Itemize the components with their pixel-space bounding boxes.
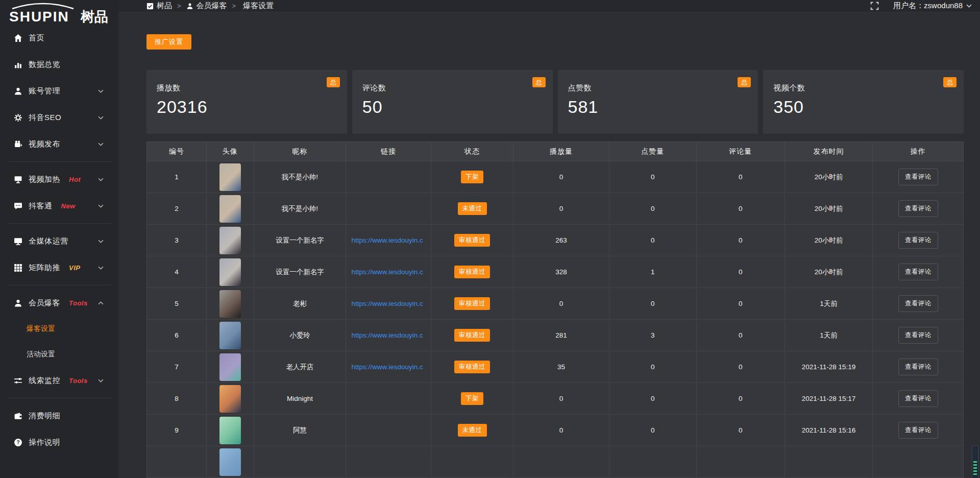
cell-status: 审核通过 — [431, 225, 513, 256]
cell-avatar — [206, 415, 254, 446]
sidebar-item-label: 矩阵助推 — [29, 263, 60, 273]
avatar — [219, 227, 241, 254]
breadcrumb-item-0[interactable]: 树品 — [146, 1, 172, 11]
nickname-label: 我不是小帅! — [282, 173, 318, 181]
view-comments-button[interactable]: 查看评论 — [898, 169, 938, 185]
cell-plays: 0 — [513, 161, 609, 193]
sidebar-item-matrix-boost[interactable]: 矩阵助推VIP — [0, 254, 118, 281]
cell-id: 3 — [147, 225, 207, 256]
cell-likes: 0 — [609, 225, 696, 256]
nickname-label: 老人开店 — [286, 363, 313, 371]
sidebar-item-account[interactable]: 账号管理 — [0, 78, 118, 104]
status-badge[interactable]: 审核通过 — [454, 234, 490, 247]
cell-id: 6 — [147, 320, 207, 351]
home-icon — [13, 34, 23, 42]
comments-value: 0 — [739, 363, 743, 371]
cell-comments: 0 — [696, 256, 785, 288]
stat-card-label: 播放数 — [157, 83, 337, 93]
cell-status: 下架 — [431, 161, 513, 193]
row-index: 8 — [175, 395, 179, 402]
sidebar-item-home[interactable]: 首页 — [0, 25, 118, 51]
status-badge[interactable]: 审核通过 — [454, 297, 490, 310]
cell-time: 1天前 — [785, 288, 873, 320]
view-comments-button[interactable]: 查看评论 — [898, 358, 938, 375]
stat-card-label: 评论数 — [362, 83, 543, 93]
sidebar-subitem-1[interactable]: 活动设置 — [0, 342, 118, 367]
sidebar-subitem-label: 活动设置 — [27, 350, 55, 359]
sidebar-item-member-baoke[interactable]: 会员爆客Tools — [0, 290, 118, 316]
cell-link: https://www.iesdouyin.c — [346, 351, 431, 383]
view-comments-button[interactable]: 查看评论 — [898, 264, 938, 280]
nickname-label: 小爱玲 — [289, 331, 310, 339]
comments-value: 0 — [739, 268, 743, 276]
time-value: 20小时前 — [815, 268, 843, 276]
cell-nickname: 我不是小帅! — [254, 161, 346, 193]
status-badge[interactable]: 审核通过 — [454, 361, 490, 373]
status-badge[interactable]: 下架 — [461, 392, 483, 405]
breadcrumb: 树品>会员爆客>爆客设置 — [146, 1, 274, 11]
wallet-icon — [13, 412, 23, 420]
time-value: 1天前 — [820, 331, 838, 339]
column-header-5: 播放量 — [513, 142, 609, 161]
video-link[interactable]: https://www.iesdouyin.c — [348, 236, 428, 244]
cell-status: 审核通过 — [431, 320, 513, 351]
status-badge[interactable]: 下架 — [461, 171, 483, 183]
view-comments-button[interactable]: 查看评论 — [898, 295, 938, 312]
chevron-down-icon — [97, 379, 104, 383]
sidebar-item-douketong[interactable]: 抖客通New — [0, 193, 118, 219]
video-link[interactable]: https://www.iesdouyin.c — [348, 363, 428, 371]
cell-link — [346, 383, 431, 415]
breadcrumb-label: 树品 — [157, 1, 172, 11]
cell-avatar — [206, 193, 254, 225]
scrollbar-thumb[interactable] — [973, 461, 977, 476]
sidebar-item-video-heat[interactable]: 视频加热Hot — [0, 166, 118, 193]
video-link[interactable]: https://www.iesdouyin.c — [348, 268, 428, 276]
view-comments-button[interactable]: 查看评论 — [898, 422, 938, 439]
cell-link: https://www.iesdouyin.c — [346, 288, 431, 320]
sidebar-item-media-ops[interactable]: 全媒体运营 — [0, 228, 118, 254]
logo[interactable]: SHUPIN 树品 — [0, 0, 118, 25]
cell-action: 查看评论 — [873, 351, 964, 383]
sidebar-item-expense-detail[interactable]: 消费明细 — [0, 402, 118, 429]
breadcrumb-item-1[interactable]: 会员爆客 — [186, 1, 227, 11]
view-comments-button[interactable]: 查看评论 — [898, 327, 938, 344]
status-badge[interactable]: 审核通过 — [454, 266, 490, 278]
sidebar-item-douyin-seo[interactable]: 抖音SEO — [0, 104, 118, 131]
column-header-3: 链接 — [346, 142, 431, 161]
cell-nickname: 老人开店 — [254, 351, 346, 383]
status-badge[interactable]: 未通过 — [458, 424, 487, 437]
video-link[interactable]: https://www.iesdouyin.c — [348, 331, 428, 339]
view-comments-button[interactable]: 查看评论 — [898, 232, 938, 249]
view-comments-button[interactable]: 查看评论 — [898, 390, 938, 407]
sidebar-item-clue-monitor[interactable]: 线索监控Tools — [0, 367, 118, 394]
cell-status: 下架 — [431, 383, 513, 415]
comments-value: 0 — [739, 173, 743, 181]
status-badge[interactable]: 审核通过 — [454, 329, 490, 342]
sidebar-item-help[interactable]: ?操作说明 — [0, 429, 118, 456]
sidebar-divider — [8, 223, 111, 224]
sidebar-item-label: 会员爆客 — [29, 298, 60, 308]
sidebar-item-data-overview[interactable]: 数据总览 — [0, 51, 118, 78]
cell-plays: 35 — [513, 351, 609, 383]
avatar — [219, 448, 241, 476]
promo-settings-button[interactable]: 推广设置 — [146, 34, 191, 50]
row-index: 1 — [175, 173, 179, 181]
videos-table: 编号头像昵称链接状态播放量点赞量评论量发布时间操作 1我不是小帅!下架00020… — [146, 141, 964, 478]
scrollbar[interactable] — [972, 445, 978, 478]
sidebar-item-video-publish[interactable]: 视频发布 — [0, 131, 118, 157]
view-comments-button[interactable]: 查看评论 — [898, 200, 938, 217]
sidebar-subitem-0[interactable]: 爆客设置 — [0, 316, 118, 342]
fullscreen-icon[interactable] — [870, 2, 879, 10]
video-link[interactable]: https://www.iesdouyin.c — [348, 300, 428, 307]
status-badge[interactable]: 未通过 — [458, 202, 487, 215]
caret-down-icon — [966, 4, 972, 8]
cell-avatar — [206, 446, 254, 478]
cell-comments: 0 — [696, 225, 785, 256]
row-index: 5 — [175, 300, 179, 307]
sidebar-item-label: 首页 — [29, 33, 44, 43]
sidebar-item-label: 全媒体运营 — [29, 236, 68, 246]
likes-value: 0 — [651, 363, 655, 371]
cell-action: 查看评论 — [873, 320, 964, 351]
table-row: 9阿慧未通过0002021-11-28 15:16查看评论 — [147, 415, 964, 446]
user-menu[interactable]: 用户名：zswodun88 — [893, 1, 972, 11]
